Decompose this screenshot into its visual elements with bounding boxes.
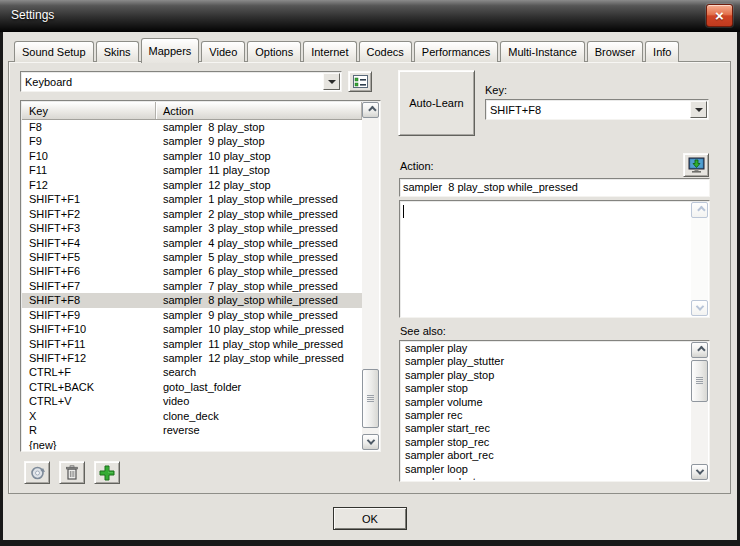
tab-performances[interactable]: Performances [414,41,498,62]
table-row[interactable]: SHIFT+F11 sampler 11 play_stop while_pre… [22,337,362,351]
list-item[interactable]: sampler stop_rec [401,436,691,449]
list-item[interactable]: sampler abort_rec [401,449,691,462]
table-row[interactable]: R reverse [22,423,362,437]
row-action: video [156,394,362,408]
row-action: sampler 11 play_stop while_pressed [156,337,362,351]
row-action: sampler 9 play_stop [156,134,362,148]
device-select[interactable]: Keyboard [20,71,342,92]
dropdown-arrow-icon [695,108,703,112]
row-action [156,438,362,450]
table-row[interactable]: {new} [22,438,362,450]
add-mapping-button[interactable] [94,461,120,484]
reset-mapping-button[interactable] [24,461,50,484]
dropdown-arrow-icon [328,80,336,84]
tab-skins[interactable]: Skins [96,41,139,62]
window-title: Settings [11,8,54,22]
row-key: SHIFT+F4 [22,236,156,250]
row-key: SHIFT+F12 [22,351,156,365]
row-key: SHIFT+F6 [22,264,156,278]
row-key: SHIFT+F10 [22,322,156,336]
row-action: sampler 4 play_stop while_pressed [156,236,362,250]
scroll-down-button[interactable] [691,464,708,480]
tab-multi-instance[interactable]: Multi-Instance [500,41,584,62]
scroll-up-button[interactable] [691,202,708,218]
table-row[interactable]: F12 sampler 12 play_stop [22,178,362,192]
mapper-list-view-button[interactable] [348,71,372,92]
table-row[interactable]: CTRL+BACK goto_last_folder [22,380,362,394]
table-row[interactable]: F8 sampler 8 play_stop [22,120,362,134]
table-row[interactable]: CTRL+F search [22,365,362,379]
mapper-list: Key Action F8 sampler 8 play_stop F9 sam… [20,100,381,452]
row-key: SHIFT+F8 [22,293,156,307]
ok-button[interactable]: OK [333,507,407,530]
table-row[interactable]: X clone_deck [22,409,362,423]
row-key: F8 [22,120,156,134]
tab-sound-setup[interactable]: Sound Setup [14,41,94,62]
tab-mappers[interactable]: Mappers [141,38,200,63]
table-row[interactable]: SHIFT+F5 sampler 5 play_stop while_press… [22,250,362,264]
row-action: clone_deck [156,409,362,423]
mapper-list-scrollbar[interactable] [362,102,379,450]
tab-browser[interactable]: Browser [587,41,643,62]
table-row[interactable]: F9 sampler 9 play_stop [22,134,362,148]
scroll-thumb[interactable] [691,360,708,402]
scroll-down-button[interactable] [691,300,708,316]
table-row[interactable]: SHIFT+F3 sampler 3 play_stop while_press… [22,221,362,235]
chevron-up-icon [697,206,705,214]
table-row[interactable]: F10 sampler 10 play_stop [22,149,362,163]
tab-info[interactable]: Info [645,41,679,62]
row-action: sampler 12 play_stop [156,178,362,192]
action-label: Action: [400,160,434,172]
table-row[interactable]: SHIFT+F9 sampler 9 play_stop while_press… [22,308,362,322]
action-input[interactable]: sampler 8 play_stop while_pressed [399,178,710,197]
table-row[interactable]: SHIFT+F12 sampler 12 play_stop while_pre… [22,351,362,365]
titlebar[interactable]: Settings × [0,0,740,32]
column-header-action[interactable]: Action [156,102,362,119]
list-item[interactable]: sampler stop [401,382,691,395]
tab-bar: Sound SetupSkinsMappersVideoOptionsInter… [14,41,681,62]
list-item[interactable]: sampler play [401,342,691,355]
table-row[interactable]: SHIFT+F10 sampler 10 play_stop while_pre… [22,322,362,336]
row-key: SHIFT+F3 [22,221,156,235]
tab-internet[interactable]: Internet [303,41,356,62]
list-item[interactable]: sampler start_rec [401,422,691,435]
tab-options[interactable]: Options [247,41,301,62]
scroll-down-button[interactable] [362,434,379,450]
scroll-up-button[interactable] [691,342,708,358]
table-row[interactable]: SHIFT+F7 sampler 7 play_stop while_press… [22,279,362,293]
key-select-dropdown-button[interactable] [690,101,707,118]
key-select[interactable]: SHIFT+F8 [485,99,709,120]
tab-codecs[interactable]: Codecs [359,41,412,62]
table-row[interactable]: SHIFT+F8 sampler 8 play_stop while_press… [22,293,362,307]
close-button[interactable]: × [706,4,733,27]
list-item[interactable]: sampler loop [401,463,691,476]
see-also-scrollbar[interactable] [691,342,708,480]
tab-video[interactable]: Video [201,41,245,62]
column-header-key[interactable]: Key [22,102,156,119]
scroll-thumb[interactable] [362,369,379,428]
row-action: sampler 8 play_stop while_pressed [156,293,362,307]
scroll-up-button[interactable] [362,102,379,118]
see-also-list: sampler playsampler play_stuttersampler … [401,342,691,480]
key-label: Key: [485,84,507,96]
table-row[interactable]: SHIFT+F1 sampler 1 play_stop while_press… [22,192,362,206]
list-item[interactable]: sampler play_stutter [401,355,691,368]
table-row[interactable]: SHIFT+F6 sampler 6 play_stop while_press… [22,264,362,278]
list-item[interactable]: sampler select [401,476,691,480]
table-row[interactable]: SHIFT+F2 sampler 2 play_stop while_press… [22,207,362,221]
table-row[interactable]: SHIFT+F4 sampler 4 play_stop while_press… [22,236,362,250]
apply-to-device-button[interactable] [683,153,709,177]
list-item[interactable]: sampler volume [401,396,691,409]
list-item[interactable]: sampler rec [401,409,691,422]
script-scrollbar[interactable] [691,202,708,316]
row-key: CTRL+V [22,394,156,408]
table-row[interactable]: F11 sampler 11 play_stop [22,163,362,177]
row-action: search [156,365,362,379]
table-row[interactable]: CTRL+V video [22,394,362,408]
list-item[interactable]: sampler play_stop [401,369,691,382]
auto-learn-button[interactable]: Auto-Learn [398,70,475,136]
action-script-textarea[interactable] [399,200,710,318]
delete-mapping-button[interactable] [59,461,85,484]
device-select-dropdown-button[interactable] [323,73,340,90]
key-select-value: SHIFT+F8 [486,102,689,118]
